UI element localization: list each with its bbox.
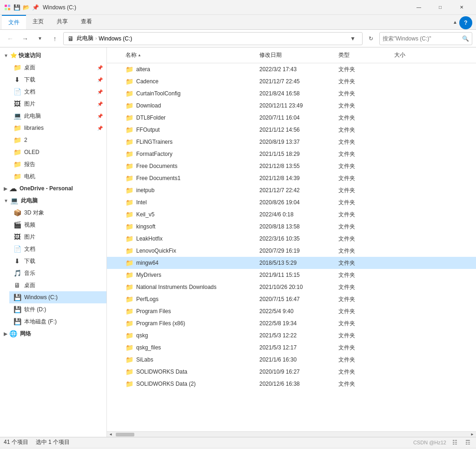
file-row[interactable]: 📁 SOLIDWORKS Data 2020/10/9 16:27 文件夹 — [107, 366, 476, 378]
sidebar-item-motor[interactable]: 📁 电机 — [9, 170, 106, 182]
file-row[interactable]: 📁 Program Files (x86) 2022/5/8 19:34 文件夹 — [107, 317, 476, 329]
sidebar-item-thispc-quick[interactable]: 💻 此电脑 📌 — [9, 110, 106, 122]
up-button[interactable]: ↑ — [48, 32, 61, 45]
scroll-thumb[interactable] — [116, 433, 134, 436]
file-row[interactable]: 📁 kingsoft 2020/8/18 13:58 文件夹 — [107, 221, 476, 233]
tab-home[interactable]: 主页 — [26, 15, 50, 29]
col-header-name[interactable]: 名称 ▲ — [107, 49, 256, 61]
file-row[interactable]: 📁 Keil_v5 2022/4/6 0:18 文件夹 — [107, 208, 476, 221]
maximize-button[interactable]: □ — [430, 0, 451, 15]
refresh-button[interactable]: ↻ — [364, 32, 377, 45]
sidebar-item-documents[interactable]: 📄 文档 📌 — [9, 86, 106, 98]
file-row[interactable]: 📁 Free Documents1 2021/12/8 14:39 文件夹 — [107, 172, 476, 184]
file-date: 2020/7/11 16:04 — [259, 114, 300, 121]
file-row[interactable]: 📁 inetpub 2021/12/7 22:42 文件夹 — [107, 184, 476, 196]
file-row[interactable]: 📁 Download 2020/12/11 23:49 文件夹 — [107, 100, 476, 112]
network-header[interactable]: ▶ 🌐 网络 — [0, 328, 106, 340]
quick-access-header[interactable]: ▼ ⭐ 快速访问 — [0, 49, 106, 61]
back-button[interactable]: ← — [4, 32, 17, 45]
file-type: 文件夹 — [338, 283, 355, 291]
sidebar-item-libraries[interactable]: 📁 libraries 📌 — [9, 122, 106, 134]
file-name: Intel — [136, 199, 147, 206]
scroll-left-btn[interactable]: ◄ — [108, 432, 113, 437]
file-name: FormatFactory — [136, 151, 172, 157]
file-size-cell — [390, 92, 476, 95]
tab-file[interactable]: 文件 — [2, 15, 26, 29]
file-row[interactable]: 📁 Free Documents 2021/12/8 13:55 文件夹 — [107, 160, 476, 172]
svg-rect-0 — [5, 5, 7, 7]
file-date: 2018/5/13 5:29 — [259, 260, 297, 266]
file-row[interactable]: 📁 LeakHotfix 2022/3/16 10:35 文件夹 — [107, 233, 476, 245]
sidebar-item-downloads-pc[interactable]: ⬇ 下载 — [9, 255, 106, 267]
file-row[interactable]: 📁 qskg 2021/5/3 12:22 文件夹 — [107, 329, 476, 342]
file-row[interactable]: 📁 Intel 2020/8/26 19:04 文件夹 — [107, 196, 476, 208]
onedrive-header[interactable]: ▶ ☁ OneDrive - Personal — [0, 182, 106, 194]
file-row[interactable]: 📁 SiLabs 2021/1/6 16:30 文件夹 — [107, 354, 476, 366]
sidebar-item-oled[interactable]: 📁 OLED — [9, 146, 106, 158]
folder-icon: 📁 — [126, 380, 133, 388]
sidebar-item-pictures-pc[interactable]: 🖼 图片 — [9, 231, 106, 243]
file-row[interactable]: 📁 mingw64 2018/5/13 5:29 文件夹 — [107, 257, 476, 269]
thispc-header[interactable]: ▼ 💻 此电脑 — [0, 194, 106, 207]
file-type-cell: 文件夹 — [335, 88, 390, 100]
ribbon-expand-btn[interactable]: ▲ — [453, 20, 457, 25]
sidebar-item-software-d[interactable]: 💾 软件 (D:) — [9, 303, 106, 315]
forward-button[interactable]: → — [19, 32, 32, 45]
file-row[interactable]: 📁 DTL8Folder 2020/7/11 16:04 文件夹 — [107, 112, 476, 124]
minimize-button[interactable]: — — [408, 0, 430, 15]
file-row[interactable]: 📁 National Instruments Downloads 2021/10… — [107, 281, 476, 293]
scroll-right-btn[interactable]: ► — [469, 432, 475, 437]
file-row[interactable]: 📁 FFOutput 2021/1/12 14:56 文件夹 — [107, 124, 476, 136]
horizontal-scrollbar[interactable]: ◄ ► — [107, 431, 476, 437]
file-row[interactable]: 📁 PerfLogs 2020/7/15 16:47 文件夹 — [107, 293, 476, 305]
col-header-size[interactable]: 大小 — [390, 49, 476, 61]
breadcrumb-drive: Windows (C:) — [99, 35, 132, 42]
address-dropdown-btn[interactable]: ▼ — [347, 32, 358, 45]
file-name-cell: 📁 Download — [107, 100, 256, 111]
file-type: 文件夹 — [338, 344, 355, 352]
file-name: FLiNGTrainers — [136, 139, 172, 145]
file-type: 文件夹 — [338, 259, 355, 267]
sidebar-item-desktop[interactable]: 📁 桌面 📌 — [9, 61, 106, 74]
sidebar-item-report[interactable]: 📁 报告 — [9, 158, 106, 170]
file-row[interactable]: 📁 MyDrivers 2021/9/11 15:15 文件夹 — [107, 269, 476, 281]
recent-button[interactable]: ▼ — [33, 32, 46, 45]
tab-share[interactable]: 共享 — [50, 15, 74, 29]
file-row[interactable]: 📁 altera 2022/3/2 17:43 文件夹 — [107, 63, 476, 75]
file-row[interactable]: 📁 SOLIDWORKS Data (2) 2020/12/6 16:38 文件… — [107, 378, 476, 390]
file-name: CurtainToolConfig — [136, 90, 180, 97]
sidebar-item-video[interactable]: 🎬 视频 — [9, 219, 106, 231]
file-row[interactable]: 📁 LenovoQuickFix 2020/7/29 16:19 文件夹 — [107, 245, 476, 257]
sidebar-item-desktop-pc[interactable]: 🖥 桌面 — [9, 279, 106, 291]
view-list-btn[interactable]: ☷ — [450, 438, 459, 447]
help-button[interactable]: ? — [459, 16, 472, 29]
sidebar-item-local-f[interactable]: 💾 本地磁盘 (F:) — [9, 315, 106, 328]
sidebar-item-pictures[interactable]: 🖼 图片 📌 — [9, 98, 106, 110]
sidebar-item-downloads[interactable]: ⬇ 下载 📌 — [9, 74, 106, 86]
file-row[interactable]: 📁 Cadence 2021/12/7 22:45 文件夹 — [107, 75, 476, 87]
sidebar-item-music[interactable]: 🎵 音乐 — [9, 267, 106, 279]
search-input[interactable] — [383, 35, 462, 42]
tab-view[interactable]: 查看 — [74, 15, 99, 29]
search-box[interactable]: 🔍 — [379, 32, 472, 45]
file-row[interactable]: 📁 CurtainToolConfig 2021/8/24 16:58 文件夹 — [107, 87, 476, 100]
windows-c-icon: 💾 — [13, 293, 21, 302]
music-label: 音乐 — [24, 269, 35, 277]
address-path[interactable]: 🖥 此电脑 › Windows (C:) ▼ — [63, 32, 363, 45]
file-type: 文件夹 — [338, 66, 355, 74]
col-header-type[interactable]: 类型 — [335, 49, 390, 61]
close-button[interactable]: ✕ — [451, 0, 472, 15]
file-row[interactable]: 📁 Program Files 2022/5/4 9:40 文件夹 — [107, 305, 476, 317]
sidebar-item-3dobjects[interactable]: 📦 3D 对象 — [9, 207, 106, 219]
sidebar-item-2[interactable]: 📁 2 — [9, 134, 106, 146]
sidebar-item-documents-pc[interactable]: 📄 文档 — [9, 243, 106, 255]
view-grid-btn[interactable]: ☶ — [463, 438, 472, 447]
search-button[interactable]: 🔍 — [462, 35, 469, 42]
file-row[interactable]: 📁 FLiNGTrainers 2020/8/19 13:37 文件夹 — [107, 136, 476, 148]
file-row[interactable]: 📁 FormatFactory 2021/1/15 18:29 文件夹 — [107, 148, 476, 160]
sidebar-item-windows-c[interactable]: 💾 Windows (C:) — [9, 291, 106, 303]
software-d-label: 软件 (D:) — [24, 306, 46, 314]
col-header-date[interactable]: 修改日期 — [256, 49, 335, 61]
music-icon: 🎵 — [13, 269, 21, 277]
file-row[interactable]: 📁 qskg_files 2021/5/3 12:17 文件夹 — [107, 342, 476, 354]
